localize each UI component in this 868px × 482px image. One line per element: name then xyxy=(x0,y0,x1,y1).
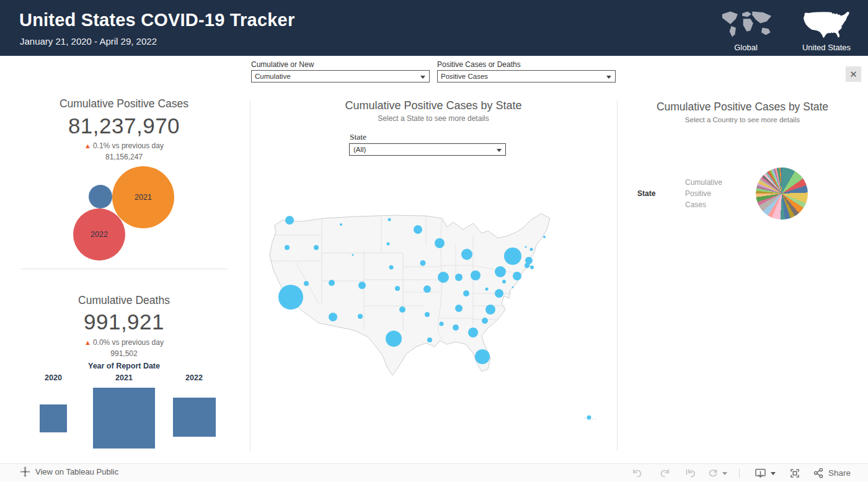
us-state-map[interactable] xyxy=(264,207,617,436)
state-bubble[interactable] xyxy=(504,248,521,265)
state-bubble[interactable] xyxy=(314,245,319,250)
state-filter-select[interactable]: (All) xyxy=(349,143,506,156)
axis-year-2022: 2022 xyxy=(175,373,213,382)
attribution-label: View on Tableau Public xyxy=(35,467,118,476)
reset-icon[interactable] xyxy=(684,467,698,480)
header-bar: United States COVID-19 Tracker January 2… xyxy=(0,0,868,56)
state-bubble[interactable] xyxy=(495,289,503,298)
us-map-icon xyxy=(802,11,851,39)
legend-measure-line3: Cases xyxy=(685,200,741,209)
refresh-menu-caret-icon[interactable] xyxy=(722,467,729,480)
state-bubble[interactable] xyxy=(352,254,354,256)
state-bubble[interactable] xyxy=(304,281,309,286)
state-bubble[interactable] xyxy=(414,225,422,234)
state-bubble[interactable] xyxy=(387,243,390,246)
filter-cumulative-select[interactable]: Cumulative xyxy=(251,70,430,83)
share-button[interactable]: Share xyxy=(813,467,851,479)
state-bubble[interactable] xyxy=(340,223,342,226)
state-bubble[interactable] xyxy=(420,261,426,266)
state-bubble[interactable] xyxy=(485,305,495,315)
state-bubble[interactable] xyxy=(395,286,400,291)
axis-year-2020: 2020 xyxy=(35,373,72,382)
chevron-down-icon xyxy=(497,149,502,152)
state-bubble[interactable] xyxy=(285,245,290,250)
state-bubble[interactable] xyxy=(440,322,444,326)
redo-icon[interactable] xyxy=(658,467,672,480)
state-bubble[interactable] xyxy=(358,282,366,289)
tableau-logo-icon xyxy=(20,466,30,477)
map-panel-title: Cumulative Positive Cases by State xyxy=(250,99,617,112)
deaths-axis-title: Year of Report Date xyxy=(0,362,248,370)
nav-global[interactable]: Global xyxy=(712,5,780,55)
state-bubble[interactable] xyxy=(502,280,506,283)
state-bubble[interactable] xyxy=(285,216,294,225)
state-bubble[interactable] xyxy=(329,313,337,321)
footer-bar: View on Tableau Public xyxy=(0,463,868,482)
state-pie-chart[interactable] xyxy=(756,167,808,220)
axis-year-2021: 2021 xyxy=(105,373,143,382)
state-bubble[interactable] xyxy=(543,236,546,238)
state-bubble[interactable] xyxy=(389,266,394,270)
delta-up-icon: ▲ xyxy=(84,142,91,150)
year-bubble-2020[interactable] xyxy=(89,185,112,208)
filter-measure-select[interactable]: Positive Cases xyxy=(437,70,616,83)
fullscreen-icon[interactable] xyxy=(789,467,802,480)
state-bubble[interactable] xyxy=(525,246,527,248)
section-divider xyxy=(21,269,228,269)
deaths-kpi-title: Cumulative Deaths xyxy=(0,294,248,307)
state-bubble[interactable] xyxy=(438,272,449,283)
state-bubble[interactable] xyxy=(386,331,402,347)
state-filter-value: (All) xyxy=(353,146,366,153)
state-bubble[interactable] xyxy=(435,238,445,248)
state-bubble[interactable] xyxy=(423,285,431,293)
covid-tracker-dashboard: United States COVID-19 Tracker January 2… xyxy=(0,0,868,482)
deaths-kpi-value: 991,921 xyxy=(0,310,248,334)
legend-state-label: State xyxy=(637,189,655,198)
state-bubble[interactable] xyxy=(455,305,463,312)
state-bubble[interactable] xyxy=(530,248,533,251)
state-bubble[interactable] xyxy=(455,274,463,281)
delta-up-icon: ▲ xyxy=(84,339,91,346)
state-bubble[interactable] xyxy=(425,312,430,317)
tableau-attribution[interactable]: View on Tableau Public xyxy=(20,466,118,477)
state-bubble[interactable] xyxy=(587,416,591,420)
state-bubble[interactable] xyxy=(399,306,405,313)
state-bubble[interactable] xyxy=(358,314,363,319)
state-bubble[interactable] xyxy=(453,324,459,331)
refresh-icon[interactable] xyxy=(707,467,720,480)
state-bubble[interactable] xyxy=(329,280,335,286)
map-panel-subtitle: Select a State to see more details xyxy=(250,114,617,123)
cases-kpi-delta: ▲0.1% vs previous day xyxy=(0,141,248,150)
deaths-bar-2021[interactable] xyxy=(93,388,155,449)
cases-kpi-value: 81,237,970 xyxy=(0,114,248,138)
page-title: United States COVID-19 Tracker xyxy=(19,10,294,30)
state-bubble[interactable] xyxy=(482,318,488,324)
download-menu-caret-icon[interactable] xyxy=(770,467,777,480)
state-bubble[interactable] xyxy=(388,218,391,221)
nav-united-states[interactable]: United States xyxy=(792,5,861,55)
state-bubble[interactable] xyxy=(525,263,529,268)
filter-cumulative-label: Cumulative or New xyxy=(251,60,314,69)
close-icon[interactable]: ✕ xyxy=(846,66,861,82)
deaths-bar-2020[interactable] xyxy=(40,404,67,432)
legend-measure-line1: Cumulative xyxy=(685,178,741,187)
state-bubble[interactable] xyxy=(475,349,490,364)
undo-icon[interactable] xyxy=(631,467,645,480)
state-bubble[interactable] xyxy=(485,288,489,291)
state-bubble[interactable] xyxy=(461,249,472,260)
state-bubble[interactable] xyxy=(468,328,478,337)
year-bubble-2022[interactable]: 2022 xyxy=(73,208,125,261)
right-panel-title: Cumulative Positive Cases by State xyxy=(617,100,868,114)
panel-divider-left xyxy=(250,100,250,451)
state-bubble[interactable] xyxy=(427,337,432,342)
download-icon[interactable] xyxy=(754,467,770,480)
deaths-bar-2022[interactable] xyxy=(173,398,216,437)
state-bubble[interactable] xyxy=(471,270,480,280)
state-bubble[interactable] xyxy=(512,287,514,288)
state-bubble[interactable] xyxy=(513,272,521,280)
state-bubble[interactable] xyxy=(278,285,303,310)
state-bubble[interactable] xyxy=(495,266,506,277)
state-bubble[interactable] xyxy=(463,290,469,297)
year-bubble-2021[interactable]: 2021 xyxy=(112,166,174,228)
state-bubble[interactable] xyxy=(530,266,534,269)
